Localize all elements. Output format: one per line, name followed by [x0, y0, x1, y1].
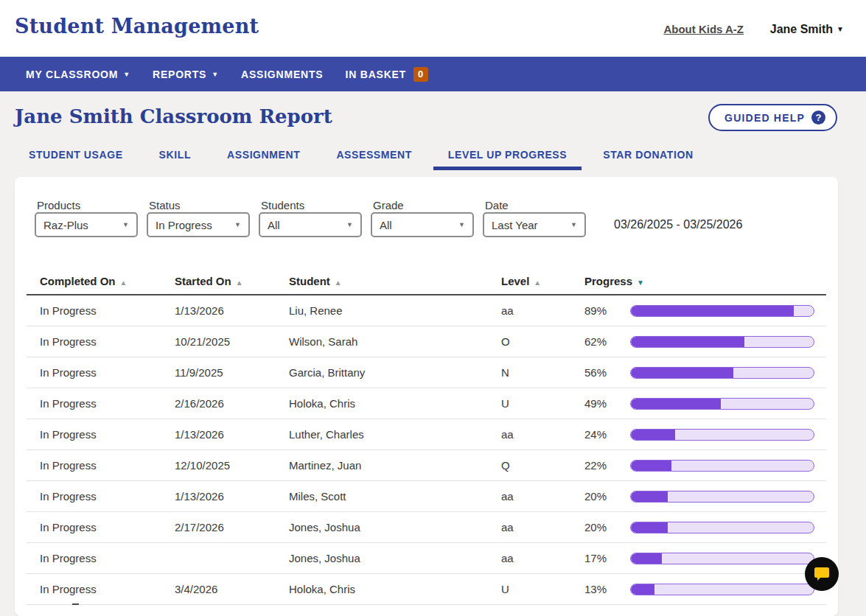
nav-item-in-basket[interactable]: IN BASKET0: [334, 67, 439, 82]
column-label: Progress: [584, 275, 632, 287]
sort-asc-icon: ▲: [120, 279, 128, 287]
cell-student: Wilson, Sarah: [289, 335, 357, 348]
table-row: In Progress1/13/2026Luther, Charlesaa24%: [27, 419, 826, 450]
nav-item-my-classroom[interactable]: MY CLASSROOM▼: [15, 69, 142, 80]
column-level[interactable]: Level▲: [501, 275, 541, 287]
nav-item-label: REPORTS: [153, 69, 206, 80]
cell-started-on: 12/10/2025: [175, 459, 230, 472]
progress-bar: [630, 398, 814, 410]
progress-bar-fill: [631, 461, 671, 471]
column-label: Started On: [175, 275, 231, 287]
cell-started-on: 10/21/2025: [175, 335, 230, 348]
cell-level: U: [501, 583, 509, 595]
sort-asc-icon: ▲: [534, 279, 541, 287]
chat-bubble-icon: [813, 566, 831, 582]
tab-star-donation[interactable]: STAR DONATION: [588, 149, 708, 170]
date-select[interactable]: Last Year▼: [483, 212, 586, 237]
cell-completed-on: In Progress: [40, 366, 97, 379]
sort-asc-icon: ▲: [335, 279, 342, 287]
cell-completed-on: In Progress: [40, 397, 97, 410]
cell-level: O: [501, 335, 510, 348]
cell-student: Jones, Joshua: [289, 521, 360, 533]
column-student[interactable]: Student▲: [289, 275, 342, 287]
cell-progress-percent: 20%: [584, 490, 626, 503]
nav-item-reports[interactable]: REPORTS▼: [142, 69, 230, 80]
chevron-down-icon: ▼: [212, 71, 219, 78]
students-select[interactable]: All▼: [259, 212, 362, 237]
table-row: In Progress11/9/2025Garcia, BrittanyN56%: [27, 357, 826, 388]
basket-count-badge: 0: [413, 67, 428, 82]
tab-level-up-progress[interactable]: LEVEL UP PROGRESS: [433, 149, 582, 170]
table-row: In Progress3/4/2026Holoka, ChrisU13%: [27, 574, 826, 605]
cell-level: U: [501, 397, 509, 410]
user-name: Jane Smith: [770, 23, 833, 35]
progress-bar-fill: [631, 584, 654, 595]
chevron-down-icon: ▼: [458, 221, 465, 228]
cell-completed-on: In Progress: [40, 521, 97, 533]
guided-help-label: GUIDED HELP: [724, 112, 805, 124]
progress-bar-fill: [631, 368, 733, 378]
filter-label-products: Products: [37, 199, 80, 211]
cell-progress-percent: 89%: [584, 304, 626, 317]
report-card: Products Status Students Grade Date Raz-…: [15, 177, 838, 616]
progress-bar-fill: [631, 399, 721, 409]
cell-level: aa: [501, 304, 514, 317]
top-header: Student Management About Kids A-Z Jane S…: [0, 0, 866, 57]
products-select-value: Raz-Plus: [43, 219, 88, 231]
column-progress[interactable]: Progress▼: [584, 275, 644, 287]
progress-bar: [630, 553, 814, 564]
grade-select[interactable]: All▼: [371, 212, 474, 237]
cell-progress-percent: 24%: [584, 428, 626, 441]
progress-bar-fill: [631, 430, 675, 440]
report-tabs: STUDENT USAGE SKILL ASSIGNMENT ASSESSMEN…: [14, 149, 708, 170]
cell-started-on: 1/13/2026: [175, 428, 224, 441]
date-select-value: Last Year: [492, 219, 538, 231]
chat-button[interactable]: [805, 557, 839, 591]
user-menu[interactable]: Jane Smith▼: [770, 23, 844, 36]
progress-bar: [630, 522, 814, 533]
table-body: In Progress1/13/2026Liu, Reneeaa89%In Pr…: [15, 295, 838, 605]
cell-completed-on: In Progress: [40, 552, 97, 564]
table-row: In Progress10/21/2025Wilson, SarahO62%: [27, 326, 826, 357]
tab-skill[interactable]: SKILL: [144, 149, 206, 170]
main-nav: MY CLASSROOM▼ REPORTS▼ ASSIGNMENTS IN BA…: [0, 57, 866, 91]
cell-progress-percent: 17%: [584, 552, 626, 564]
column-label: Completed On: [40, 275, 116, 287]
column-started-on[interactable]: Started On▲: [175, 275, 243, 287]
progress-bar-fill: [631, 553, 662, 564]
chevron-down-icon: ▼: [122, 221, 129, 228]
status-select[interactable]: In Progress▼: [147, 212, 250, 237]
products-select[interactable]: Raz-Plus▼: [35, 212, 138, 237]
cell-completed-on: In Progress: [40, 490, 97, 503]
sort-asc-icon: ▲: [236, 279, 243, 287]
grade-select-value: All: [380, 219, 392, 231]
cell-completed-on: In Progress: [40, 304, 97, 317]
cell-progress-percent: 20%: [584, 521, 626, 533]
clipped-next-row-mark: [72, 603, 79, 605]
cell-started-on: 11/9/2025: [175, 366, 223, 379]
column-completed-on[interactable]: Completed On▲: [40, 275, 127, 287]
cell-level: aa: [501, 552, 514, 564]
cell-started-on: 2/17/2026: [175, 521, 224, 533]
cell-progress-percent: 49%: [584, 397, 626, 410]
chevron-down-icon: ▼: [234, 221, 241, 228]
progress-bar: [630, 491, 814, 503]
cell-level: Q: [501, 459, 510, 472]
tab-assessment[interactable]: ASSESSMENT: [321, 149, 426, 170]
guided-help-button[interactable]: GUIDED HELP ?: [708, 104, 837, 131]
tab-assignment[interactable]: ASSIGNMENT: [212, 149, 315, 170]
filter-label-students: Students: [261, 199, 304, 211]
progress-bar: [630, 429, 814, 441]
cell-student: Luther, Charles: [289, 428, 364, 441]
progress-bar: [630, 305, 814, 317]
cell-progress-percent: 62%: [584, 335, 626, 348]
status-select-value: In Progress: [156, 219, 212, 231]
progress-bar: [630, 336, 814, 348]
nav-item-assignments[interactable]: ASSIGNMENTS: [230, 69, 334, 80]
tab-student-usage[interactable]: STUDENT USAGE: [14, 149, 138, 170]
about-kids-az-link[interactable]: About Kids A-Z: [663, 23, 744, 35]
table-row: In Progress1/13/2026Miles, Scottaa20%: [27, 481, 826, 512]
cell-student: Jones, Joshua: [289, 552, 360, 564]
table-row: In Progress12/10/2025Martinez, JuanQ22%: [27, 450, 826, 481]
filter-label-status: Status: [149, 199, 181, 211]
